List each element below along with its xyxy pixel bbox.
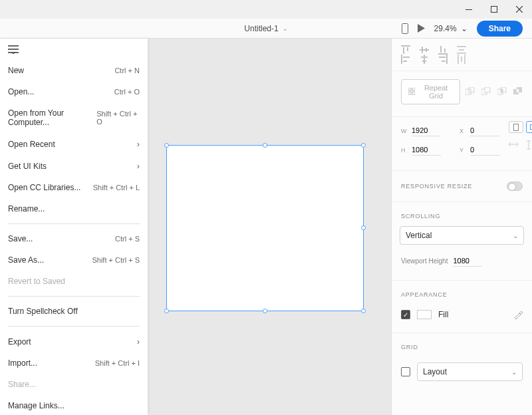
menu-item[interactable]: Rename... (0, 198, 148, 219)
grid-select[interactable]: Layout ⌄ (417, 362, 523, 381)
device-preview-icon[interactable] (402, 23, 408, 34)
svg-rect-6 (412, 92, 415, 94)
chevron-right-icon: › (137, 161, 140, 171)
menu-item[interactable]: Turn Spellcheck Off (0, 301, 148, 322)
menu-item-shortcut: Shift + Ctrl + I (95, 359, 140, 367)
menu-item[interactable]: NewCtrl + N (0, 60, 148, 81)
resize-handle[interactable] (263, 143, 267, 148)
maximize-button[interactable] (484, 2, 504, 17)
top-bar: Untitled-1 ⌄ 29.4% ⌄ Share (0, 19, 532, 39)
menu-item-label: Import... (8, 358, 37, 368)
fill-swatch[interactable] (417, 310, 432, 319)
svg-rect-16 (517, 89, 519, 92)
minimize-button[interactable] (459, 2, 479, 17)
menu-item[interactable]: Save...Ctrl + S (0, 228, 148, 249)
bool-subtract-icon[interactable] (481, 87, 491, 96)
svg-rect-0 (466, 9, 472, 10)
grid-header: Grid (392, 337, 532, 357)
x-field[interactable] (470, 125, 499, 136)
width-field[interactable] (412, 125, 441, 136)
menu-item[interactable]: Open...Ctrl + O (0, 81, 148, 102)
align-bottom-icon[interactable] (438, 45, 448, 55)
resize-handle[interactable] (361, 143, 366, 148)
document-title-text: Untitled-1 (244, 24, 278, 33)
align-vcenter-icon[interactable] (420, 45, 429, 55)
menu-item-shortcut: Ctrl + S (115, 235, 140, 243)
menu-item-label: Open CC Libraries... (8, 183, 80, 192)
resize-handle[interactable] (164, 309, 169, 313)
menu-item-label: Open Recent (8, 140, 55, 149)
menu-item-label: Get UI Kits (8, 162, 47, 171)
eyedropper-icon[interactable] (513, 310, 523, 319)
distribute-h-icon[interactable] (457, 55, 466, 64)
svg-rect-4 (412, 88, 415, 90)
responsive-toggle[interactable] (507, 182, 523, 191)
grid-value: Layout (423, 367, 447, 376)
flip-h-icon[interactable] (509, 140, 518, 160)
menu-item[interactable]: Open Recent› (0, 133, 148, 155)
menu-item-label: Save As... (8, 255, 44, 265)
menu-item-shortcut: Shift + Ctrl + S (92, 256, 140, 264)
menu-item-label: New (8, 66, 24, 75)
menu-item[interactable]: Import...Shift + Ctrl + I (0, 352, 148, 374)
menu-item[interactable]: Open from Your Computer...Shift + Ctrl +… (0, 102, 148, 133)
resize-handle[interactable] (361, 309, 366, 313)
grid-label: Grid (401, 344, 418, 350)
repeat-grid-button[interactable]: Repeat Grid (401, 79, 460, 104)
viewport-height-label: Viewport Height (401, 257, 448, 265)
portrait-button[interactable] (509, 121, 523, 133)
play-icon[interactable] (418, 24, 425, 33)
svg-rect-7 (466, 89, 471, 94)
y-field[interactable] (470, 144, 499, 156)
grid-checkbox[interactable] (401, 367, 410, 376)
responsive-resize-header: Responsive Resize (392, 175, 532, 198)
resize-handle[interactable] (263, 309, 267, 313)
chevron-right-icon: › (137, 139, 140, 149)
menu-item-shortcut: Ctrl + N (114, 67, 140, 74)
bool-intersect-icon[interactable] (497, 87, 507, 96)
menu-item-shortcut: Ctrl + O (114, 88, 140, 96)
scrolling-select[interactable]: Vertical ⌄ (400, 226, 524, 245)
menu-item[interactable]: Get UI Kits› (0, 155, 148, 177)
zoom-control[interactable]: 29.4% ⌄ (434, 24, 467, 33)
bool-add-icon[interactable] (466, 87, 475, 96)
align-left-icon[interactable] (401, 55, 410, 64)
menu-item-label: Share... (8, 380, 36, 389)
zoom-value: 29.4% (434, 24, 457, 33)
fill-checkbox[interactable] (401, 310, 410, 319)
scrolling-header: Scrolling (392, 206, 532, 226)
menu-item-label: Open from Your Computer... (8, 108, 96, 127)
menu-item[interactable]: Open CC Libraries...Shift + Ctrl + L (0, 177, 148, 198)
resize-handle[interactable] (361, 225, 366, 230)
menu-item-label: Export (8, 337, 31, 346)
canvas[interactable] (148, 39, 391, 415)
svg-rect-8 (469, 87, 474, 92)
align-right-icon[interactable] (438, 55, 448, 64)
artboard[interactable] (166, 145, 364, 311)
menu-item[interactable]: Manage Links... (0, 395, 148, 415)
bool-exclude-icon[interactable] (513, 87, 523, 96)
menu-item-label: Open... (8, 87, 34, 96)
align-hcenter-icon[interactable] (420, 55, 429, 64)
share-button[interactable]: Share (477, 21, 523, 37)
menu-item[interactable]: Save As...Shift + Ctrl + S (0, 249, 148, 271)
flip-v-icon[interactable] (525, 140, 532, 160)
landscape-button[interactable] (526, 121, 532, 133)
align-top-icon[interactable] (401, 45, 410, 55)
appearance-header: Appearance (392, 285, 532, 305)
height-field[interactable] (412, 144, 441, 156)
document-title[interactable]: Untitled-1 ⌄ (244, 24, 287, 33)
responsive-label: Responsive Resize (401, 183, 472, 190)
chevron-down-icon: ⌄ (511, 368, 517, 376)
close-button[interactable] (509, 2, 529, 17)
align-row (392, 39, 532, 71)
resize-handle[interactable] (164, 143, 169, 148)
hamburger-menu-icon[interactable] (0, 44, 148, 60)
distribute-v-icon[interactable] (457, 45, 466, 55)
menu-item[interactable]: Export› (0, 331, 148, 352)
menu-item: Revert to Saved (0, 271, 148, 292)
menu-item-shortcut: Shift + Ctrl + L (93, 184, 140, 192)
fill-label: Fill (438, 310, 448, 319)
viewport-height-field[interactable] (453, 255, 482, 267)
chevron-right-icon: › (137, 337, 140, 346)
